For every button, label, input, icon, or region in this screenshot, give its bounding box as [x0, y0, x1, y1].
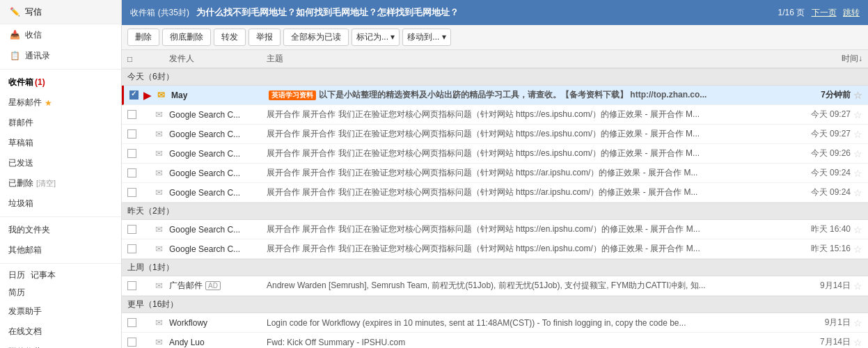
sidebar-item-spam[interactable]: 垃圾箱: [0, 193, 121, 214]
sidebar-contacts-label: 通讯录: [25, 50, 50, 62]
sidebar-item-my-folders[interactable]: 我的文件夹: [0, 220, 121, 240]
email-subject: Fwd: Kick Off Summary - IPSHU.com: [267, 338, 793, 347]
email-time: 9月1日: [825, 317, 851, 329]
email-subject: 展开合作 展开合作 我们正在验证您对核心网页指标问题（针对网站 https://…: [267, 148, 793, 159]
email-star-button[interactable]: ☆: [853, 244, 862, 255]
email-checkbox[interactable]: [127, 318, 136, 327]
email-checkbox[interactable]: [127, 149, 136, 158]
email-time: 今天 09:24: [811, 187, 851, 198]
email-sender: Google Search C...: [169, 129, 267, 139]
email-checkbox[interactable]: [127, 168, 136, 177]
sidebar-item-inbox-nav[interactable]: 📥 收信: [0, 24, 121, 45]
email-sender: Google Search C...: [169, 168, 267, 178]
sidebar-resume[interactable]: 简历: [8, 287, 25, 299]
sidebar-item-deleted[interactable]: 已删除 [清空]: [0, 173, 121, 193]
mail-icon: ✉: [155, 148, 163, 159]
table-row[interactable]: ✉Google Search C...展开合作 展开合作 我们正在验证您对核心网…: [122, 220, 868, 239]
move-to-button[interactable]: 移动到... ▾: [402, 29, 450, 46]
email-checkbox[interactable]: [127, 281, 136, 290]
sidebar-notes[interactable]: 记事本: [31, 269, 56, 281]
jump-link[interactable]: 跳转: [843, 8, 860, 17]
email-time-col: 昨天 15:16☆: [793, 243, 862, 255]
table-row[interactable]: ✉广告邮件ADAndrew Warden [Semrush], Semrush …: [122, 276, 868, 296]
email-star-button[interactable]: ☆: [853, 187, 862, 198]
email-star-button[interactable]: ☆: [853, 280, 862, 292]
sidebar-tools-row2: 简历: [0, 284, 121, 301]
email-arrow: ▶: [143, 90, 157, 101]
col-checkbox-header: □: [127, 54, 141, 64]
report-button[interactable]: 举报: [248, 29, 281, 46]
sidebar-item-starred[interactable]: 星标邮件 ★: [0, 93, 121, 113]
mail-icon: ✉: [155, 280, 163, 291]
sidebar-item-sent[interactable]: 已发送: [0, 153, 121, 173]
sidebar-divider-2: [0, 216, 121, 217]
email-checkbox[interactable]: [127, 188, 136, 197]
email-checkbox[interactable]: [129, 90, 139, 100]
email-time-col: 今天 09:27☆: [793, 109, 862, 120]
main-content: 收件箱 (共35封) 为什么找不到毛网地址？如何找到毛网地址？怎样找到毛网地址？…: [122, 0, 868, 348]
table-row[interactable]: ▶✉May英语学习资料以下是小站整理的精选资料及小站出跻的精品学习工具，请查收。…: [122, 86, 868, 105]
email-checkbox[interactable]: [127, 244, 136, 253]
email-star-button[interactable]: ☆: [853, 224, 862, 235]
date-group-label: 更早（16封）: [122, 296, 868, 313]
sidebar-divider-1: [0, 69, 121, 70]
email-mail-icon: ✉: [155, 337, 169, 347]
sidebar-item-inbox-folder[interactable]: 收件箱(1): [0, 72, 121, 93]
email-star-button[interactable]: ☆: [853, 148, 862, 159]
table-row[interactable]: ✉Google Search C...展开合作 展开合作 我们正在验证您对核心网…: [122, 125, 868, 144]
spam-label: 垃圾箱: [8, 198, 33, 209]
email-time: 今天 09:27: [811, 109, 851, 120]
forward-button[interactable]: 转发: [214, 29, 246, 46]
email-star-button[interactable]: ☆: [853, 129, 862, 140]
email-checkbox[interactable]: [127, 110, 136, 119]
email-time-col: 昨天 16:40☆: [793, 223, 862, 235]
sidebar-tools-row1: 日历 记事本: [0, 267, 121, 284]
email-star-button[interactable]: ☆: [853, 317, 862, 329]
next-page-link[interactable]: 下一页: [812, 8, 837, 17]
email-time: 7分钟前: [821, 89, 851, 101]
drafts-label: 草稿箱: [8, 137, 33, 149]
email-checkbox[interactable]: [127, 338, 136, 347]
email-mail-icon: ✉: [155, 317, 169, 328]
delete-button[interactable]: 删除: [127, 29, 159, 46]
table-row[interactable]: ✉Google Search C...展开合作 展开合作 我们正在验证您对核心网…: [122, 239, 868, 259]
compose-icon: ✏️: [8, 6, 21, 18]
email-star-button[interactable]: ☆: [853, 90, 862, 101]
sidebar-invoice[interactable]: 发票助手: [0, 301, 121, 322]
email-list: 今天（6封）▶✉May英语学习资料以下是小站整理的精选资料及小站出跻的精品学习工…: [122, 68, 868, 348]
sidebar-online-doc[interactable]: 在线文档: [0, 322, 121, 342]
toolbar: 删除 彻底删除 转发 举报 全部标为已读 标记为... ▾ 移动到... ▾: [122, 25, 868, 50]
sidebar-calendar[interactable]: 日历: [8, 269, 25, 281]
email-sender: Workflowy: [169, 318, 267, 328]
permanent-delete-button[interactable]: 彻底删除: [162, 29, 211, 46]
clear-deleted-link[interactable]: [清空]: [36, 178, 56, 189]
email-star-button[interactable]: ☆: [853, 337, 862, 348]
email-sender: Google Search C...: [169, 225, 267, 235]
table-header: □ 发件人 主题 时间↓: [122, 50, 868, 68]
my-folders-label: 我的文件夹: [8, 224, 50, 236]
table-row[interactable]: ✉Google Search C...展开合作 展开合作 我们正在验证您对核心网…: [122, 183, 868, 203]
compose-button[interactable]: ✏️ 写信: [0, 0, 121, 24]
sidebar-item-other-mailbox[interactable]: 其他邮箱: [0, 240, 121, 260]
email-mail-icon: ✉: [155, 168, 169, 178]
email-star-button[interactable]: ☆: [853, 168, 862, 179]
table-row[interactable]: ✉Andy LuoFwd: Kick Off Summary - IPSHU.c…: [122, 333, 868, 348]
table-row[interactable]: ✉Google Search C...展开合作 展开合作 我们正在验证您对核心网…: [122, 105, 868, 125]
sidebar-item-group[interactable]: 群邮件: [0, 113, 121, 133]
email-checkbox[interactable]: [127, 225, 136, 234]
table-row[interactable]: ✉Google Search C...展开合作 展开合作 我们正在验证您对核心网…: [122, 164, 868, 183]
sidebar-item-drafts[interactable]: 草稿箱: [0, 133, 121, 153]
email-checkbox[interactable]: [127, 129, 136, 139]
topbar: 收件箱 (共35封) 为什么找不到毛网地址？如何找到毛网地址？怎样找到毛网地址？…: [122, 0, 868, 25]
arrow-icon: ▶: [143, 90, 151, 101]
sidebar-attachments[interactable]: 附件收藏: [0, 342, 121, 348]
mail-icon: ✉: [155, 317, 163, 328]
table-row[interactable]: ✉Google Search C...展开合作 展开合作 我们正在验证您对核心网…: [122, 144, 868, 164]
email-time-col: 今天 09:26☆: [793, 148, 862, 159]
email-star-button[interactable]: ☆: [853, 109, 862, 120]
mark-as-button[interactable]: 标记为... ▾: [352, 29, 400, 46]
table-row[interactable]: ✉WorkflowyLogin code for Workflowy (expi…: [122, 313, 868, 333]
mark-all-read-button[interactable]: 全部标为已读: [283, 29, 349, 46]
topbar-title: 收件箱 (共35封) 为什么找不到毛网地址？如何找到毛网地址？怎样找到毛网地址？: [130, 6, 778, 19]
sidebar-item-contacts[interactable]: 📋 通讯录: [0, 45, 121, 66]
